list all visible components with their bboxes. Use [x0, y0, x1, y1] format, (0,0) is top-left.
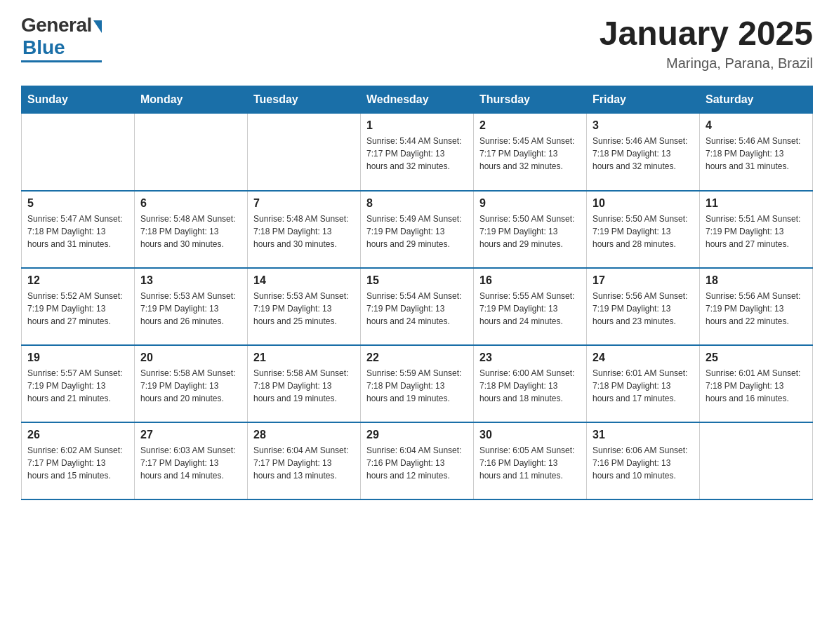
calendar-cell: 26Sunrise: 6:02 AM Sunset: 7:17 PM Dayli… [22, 422, 135, 499]
calendar-cell: 3Sunrise: 5:46 AM Sunset: 7:18 PM Daylig… [587, 114, 700, 191]
day-number: 22 [366, 351, 468, 364]
day-info: Sunrise: 5:54 AM Sunset: 7:19 PM Dayligh… [366, 290, 468, 328]
calendar-cell: 19Sunrise: 5:57 AM Sunset: 7:19 PM Dayli… [22, 345, 135, 422]
calendar-cell: 10Sunrise: 5:50 AM Sunset: 7:19 PM Dayli… [587, 191, 700, 268]
day-info: Sunrise: 5:56 AM Sunset: 7:19 PM Dayligh… [593, 290, 694, 328]
day-number: 24 [593, 351, 694, 364]
day-info: Sunrise: 5:53 AM Sunset: 7:19 PM Dayligh… [253, 290, 355, 328]
column-header-friday: Friday [587, 86, 700, 114]
calendar-cell: 20Sunrise: 5:58 AM Sunset: 7:19 PM Dayli… [135, 345, 248, 422]
calendar-cell: 25Sunrise: 6:01 AM Sunset: 7:18 PM Dayli… [700, 345, 813, 422]
calendar-cell: 11Sunrise: 5:51 AM Sunset: 7:19 PM Dayli… [700, 191, 813, 268]
calendar-cell: 5Sunrise: 5:47 AM Sunset: 7:18 PM Daylig… [22, 191, 135, 268]
day-number: 5 [27, 197, 128, 210]
calendar-cell: 22Sunrise: 5:59 AM Sunset: 7:18 PM Dayli… [361, 345, 474, 422]
calendar-cell: 4Sunrise: 5:46 AM Sunset: 7:18 PM Daylig… [700, 114, 813, 191]
day-info: Sunrise: 6:01 AM Sunset: 7:18 PM Dayligh… [593, 367, 694, 405]
day-number: 16 [479, 274, 581, 287]
day-info: Sunrise: 5:50 AM Sunset: 7:19 PM Dayligh… [593, 213, 694, 250]
day-info: Sunrise: 6:01 AM Sunset: 7:18 PM Dayligh… [706, 367, 807, 405]
day-number: 20 [140, 351, 241, 364]
day-number: 3 [593, 119, 694, 132]
day-info: Sunrise: 5:55 AM Sunset: 7:19 PM Dayligh… [479, 290, 581, 328]
calendar-cell: 12Sunrise: 5:52 AM Sunset: 7:19 PM Dayli… [22, 268, 135, 345]
calendar-cell: 15Sunrise: 5:54 AM Sunset: 7:19 PM Dayli… [361, 268, 474, 345]
day-number: 19 [27, 351, 128, 364]
column-header-wednesday: Wednesday [361, 86, 474, 114]
logo-arrow-icon [93, 20, 102, 33]
calendar-subtitle: Maringa, Parana, Brazil [600, 55, 813, 72]
day-number: 7 [253, 197, 355, 210]
logo: General Blue [21, 14, 102, 62]
calendar-week-row: 5Sunrise: 5:47 AM Sunset: 7:18 PM Daylig… [22, 191, 813, 268]
day-number: 29 [366, 429, 468, 441]
calendar-table: SundayMondayTuesdayWednesdayThursdayFrid… [21, 86, 813, 500]
day-number: 10 [593, 197, 694, 210]
day-number: 15 [366, 274, 468, 287]
day-number: 17 [593, 274, 694, 287]
calendar-cell: 27Sunrise: 6:03 AM Sunset: 7:17 PM Dayli… [135, 422, 248, 499]
day-info: Sunrise: 5:46 AM Sunset: 7:18 PM Dayligh… [593, 135, 694, 173]
day-number: 8 [366, 197, 468, 210]
day-info: Sunrise: 5:49 AM Sunset: 7:19 PM Dayligh… [366, 213, 468, 250]
calendar-cell [22, 114, 135, 191]
day-number: 13 [140, 274, 241, 287]
day-info: Sunrise: 5:46 AM Sunset: 7:18 PM Dayligh… [706, 135, 807, 173]
day-number: 26 [27, 429, 128, 441]
day-number: 27 [140, 429, 241, 441]
day-number: 1 [366, 119, 468, 132]
day-info: Sunrise: 5:53 AM Sunset: 7:19 PM Dayligh… [140, 290, 241, 328]
day-info: Sunrise: 5:57 AM Sunset: 7:19 PM Dayligh… [27, 367, 128, 405]
calendar-cell: 18Sunrise: 5:56 AM Sunset: 7:19 PM Dayli… [700, 268, 813, 345]
calendar-cell: 2Sunrise: 5:45 AM Sunset: 7:17 PM Daylig… [474, 114, 587, 191]
day-info: Sunrise: 5:44 AM Sunset: 7:17 PM Dayligh… [366, 135, 468, 173]
day-number: 21 [253, 351, 355, 364]
day-number: 4 [706, 119, 807, 132]
calendar-title: January 2025 [600, 14, 813, 53]
day-info: Sunrise: 6:05 AM Sunset: 7:16 PM Dayligh… [479, 444, 581, 482]
day-info: Sunrise: 6:06 AM Sunset: 7:16 PM Dayligh… [593, 444, 694, 482]
calendar-cell: 7Sunrise: 5:48 AM Sunset: 7:18 PM Daylig… [248, 191, 361, 268]
calendar-cell [248, 114, 361, 191]
page-header: General Blue January 2025 Maringa, Paran… [21, 14, 813, 72]
calendar-cell: 30Sunrise: 6:05 AM Sunset: 7:16 PM Dayli… [474, 422, 587, 499]
calendar-cell: 29Sunrise: 6:04 AM Sunset: 7:16 PM Dayli… [361, 422, 474, 499]
calendar-cell: 8Sunrise: 5:49 AM Sunset: 7:19 PM Daylig… [361, 191, 474, 268]
calendar-week-row: 19Sunrise: 5:57 AM Sunset: 7:19 PM Dayli… [22, 345, 813, 422]
calendar-week-row: 26Sunrise: 6:02 AM Sunset: 7:17 PM Dayli… [22, 422, 813, 499]
calendar-cell: 24Sunrise: 6:01 AM Sunset: 7:18 PM Dayli… [587, 345, 700, 422]
calendar-cell: 23Sunrise: 6:00 AM Sunset: 7:18 PM Dayli… [474, 345, 587, 422]
column-header-saturday: Saturday [700, 86, 813, 114]
column-header-sunday: Sunday [22, 86, 135, 114]
calendar-cell [700, 422, 813, 499]
day-number: 25 [706, 351, 807, 364]
day-info: Sunrise: 5:47 AM Sunset: 7:18 PM Dayligh… [27, 213, 128, 250]
logo-general-text: General [21, 14, 92, 36]
day-info: Sunrise: 5:45 AM Sunset: 7:17 PM Dayligh… [479, 135, 581, 173]
logo-blue-text: Blue [22, 36, 65, 59]
day-info: Sunrise: 6:04 AM Sunset: 7:17 PM Dayligh… [253, 444, 355, 482]
calendar-header-row: SundayMondayTuesdayWednesdayThursdayFrid… [22, 86, 813, 114]
day-info: Sunrise: 6:04 AM Sunset: 7:16 PM Dayligh… [366, 444, 468, 482]
column-header-tuesday: Tuesday [248, 86, 361, 114]
day-info: Sunrise: 5:50 AM Sunset: 7:19 PM Dayligh… [479, 213, 581, 250]
day-info: Sunrise: 5:59 AM Sunset: 7:18 PM Dayligh… [366, 367, 468, 405]
logo-underline [21, 60, 102, 62]
day-info: Sunrise: 5:56 AM Sunset: 7:19 PM Dayligh… [706, 290, 807, 328]
calendar-week-row: 12Sunrise: 5:52 AM Sunset: 7:19 PM Dayli… [22, 268, 813, 345]
calendar-cell: 6Sunrise: 5:48 AM Sunset: 7:18 PM Daylig… [135, 191, 248, 268]
day-info: Sunrise: 5:48 AM Sunset: 7:18 PM Dayligh… [253, 213, 355, 250]
day-info: Sunrise: 5:58 AM Sunset: 7:19 PM Dayligh… [140, 367, 241, 405]
calendar-cell: 16Sunrise: 5:55 AM Sunset: 7:19 PM Dayli… [474, 268, 587, 345]
day-number: 12 [27, 274, 128, 287]
day-info: Sunrise: 6:00 AM Sunset: 7:18 PM Dayligh… [479, 367, 581, 405]
calendar-cell: 21Sunrise: 5:58 AM Sunset: 7:18 PM Dayli… [248, 345, 361, 422]
day-number: 31 [593, 429, 694, 441]
day-number: 30 [479, 429, 581, 441]
day-info: Sunrise: 6:03 AM Sunset: 7:17 PM Dayligh… [140, 444, 241, 482]
column-header-monday: Monday [135, 86, 248, 114]
day-number: 28 [253, 429, 355, 441]
day-number: 23 [479, 351, 581, 364]
day-number: 18 [706, 274, 807, 287]
day-info: Sunrise: 5:52 AM Sunset: 7:19 PM Dayligh… [27, 290, 128, 328]
